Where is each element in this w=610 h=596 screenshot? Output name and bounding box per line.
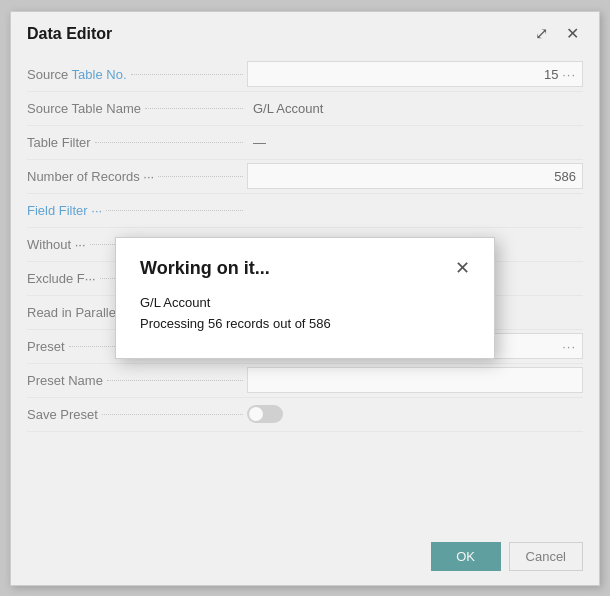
working-line2: Processing 56 records out of 586 xyxy=(140,314,470,335)
working-close-button[interactable]: ✕ xyxy=(455,259,470,277)
working-dialog: Working on it... ✕ G/L Account Processin… xyxy=(115,237,495,360)
working-overlay: Working on it... ✕ G/L Account Processin… xyxy=(11,12,599,585)
dialog-backdrop: Data Editor ⤢ ✕ Source Table No. xyxy=(0,0,610,596)
working-title: Working on it... xyxy=(140,258,270,279)
working-dialog-header: Working on it... ✕ xyxy=(140,258,470,279)
data-editor-panel: Data Editor ⤢ ✕ Source Table No. xyxy=(10,11,600,586)
working-body: G/L Account Processing 56 records out of… xyxy=(140,293,470,335)
working-line1: G/L Account xyxy=(140,293,470,314)
